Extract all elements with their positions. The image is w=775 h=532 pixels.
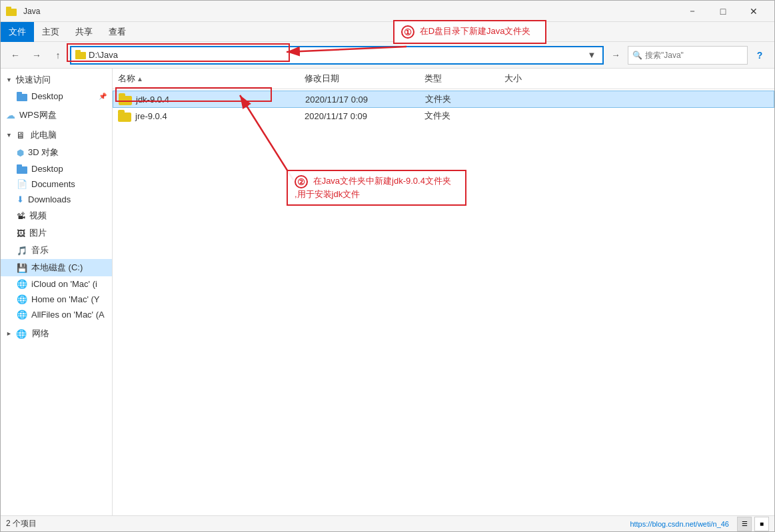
sidebar-this-pc-label: 此电脑 (31, 129, 57, 141)
titlebar-folder-icon (6, 7, 17, 16)
downloads-icon: ⬇ (17, 194, 24, 204)
view-details-button[interactable]: ☰ (737, 517, 752, 531)
toolbar: ← → ↑ D:\Java ▼ → 🔍 ? (1, 42, 774, 69)
address-text: D:\Java (89, 50, 585, 60)
sidebar-documents-label: Documents (31, 179, 75, 189)
search-bar[interactable]: 🔍 (628, 46, 748, 65)
sort-arrow: ▲ (137, 75, 143, 83)
refresh-button[interactable]: → (606, 46, 625, 65)
svg-rect-0 (6, 9, 17, 16)
menu-home[interactable]: 主页 (34, 22, 67, 42)
file-name-jdk: jdk-9.0.4 (113, 93, 300, 105)
back-button[interactable]: ← (6, 46, 25, 65)
sidebar-item-music[interactable]: 🎵 音乐 (1, 242, 112, 259)
forward-button[interactable]: → (27, 46, 46, 65)
window-controls: － □ ✕ (677, 1, 769, 22)
file-date-jdk: 2020/11/17 0:09 (300, 95, 420, 105)
desktop-folder-icon (17, 92, 27, 101)
this-pc-icon: 🖥 (16, 130, 25, 140)
sidebar-quick-access-label: 快速访问 (16, 74, 51, 86)
jdk-name-label: jdk-9.0.4 (136, 95, 169, 105)
disk-icon: 💾 (17, 263, 27, 273)
col-header-date[interactable]: 修改日期 (299, 71, 419, 86)
jdk-folder-icon (119, 93, 132, 105)
svg-rect-2 (75, 52, 86, 59)
col-date-label: 修改日期 (305, 73, 339, 85)
sidebar-item-3d[interactable]: ⬢ 3D 对象 (1, 144, 112, 161)
this-pc-arrow: ▼ (6, 132, 12, 138)
col-type-label: 类型 (424, 73, 442, 85)
desktop2-folder-icon (17, 164, 27, 174)
docs-icon: 📄 (17, 179, 27, 189)
annotation-number-1: ① (401, 25, 414, 39)
search-icon: 🔍 (632, 51, 642, 60)
col-header-name[interactable]: 名称 ▲ (113, 71, 299, 86)
sidebar-item-documents[interactable]: 📄 Documents (1, 176, 112, 192)
sidebar-wps-label: WPS网盘 (19, 109, 57, 121)
sidebar-item-local-disk[interactable]: 💾 本地磁盘 (C:) (1, 259, 112, 276)
menubar: 文件 主页 共享 查看 (1, 22, 774, 42)
file-type-jdk: 文件夹 (420, 93, 500, 105)
col-header-type[interactable]: 类型 (419, 71, 499, 86)
icloud-icon: 🌐 (17, 279, 27, 289)
up-button[interactable]: ↑ (49, 46, 67, 65)
svg-rect-1 (6, 7, 11, 9)
view-large-icons-button[interactable]: ■ (754, 517, 769, 531)
sidebar-videos-label: 视频 (29, 210, 47, 222)
minimize-button[interactable]: － (677, 1, 708, 22)
annotation-box-1: ① 在D盘目录下新建Java文件夹 (393, 20, 546, 44)
sidebar-network-header[interactable]: ► 🌐 网络 (1, 325, 112, 342)
column-headers: 名称 ▲ 修改日期 类型 大小 (113, 69, 774, 89)
svg-rect-3 (75, 50, 81, 53)
sidebar-item-home[interactable]: 🌐 Home on 'Mac' (Y (1, 292, 112, 307)
address-dropdown-arrow[interactable]: ▼ (585, 50, 598, 60)
file-row-jre[interactable]: jre-9.0.4 2020/11/17 0:09 文件夹 (113, 108, 774, 124)
sidebar-item-wps[interactable]: ☁ WPS网盘 (1, 107, 112, 124)
help-button[interactable]: ? (750, 46, 769, 65)
close-button[interactable]: ✕ (738, 1, 769, 22)
file-list: jdk-9.0.4 2020/11/17 0:09 文件夹 jre-9.0.4 … (113, 89, 774, 515)
file-row-jdk[interactable]: jdk-9.0.4 2020/11/17 0:09 文件夹 (113, 91, 774, 108)
address-folder-icon (75, 50, 86, 61)
menu-share[interactable]: 共享 (67, 22, 101, 42)
sidebar-section-network: ► 🌐 网络 (1, 325, 112, 342)
search-input[interactable] (645, 51, 743, 60)
home-icon: 🌐 (17, 294, 27, 304)
sidebar-quick-access-header[interactable]: ▼ 快速访问 (1, 71, 112, 89)
sidebar-section-quick-access: ▼ 快速访问 Desktop 📌 (1, 71, 112, 104)
videos-icon: 📽 (17, 211, 25, 221)
sidebar-item-videos[interactable]: 📽 视频 (1, 207, 112, 224)
address-bar[interactable]: D:\Java ▼ (70, 46, 604, 65)
sidebar-item-allfiles[interactable]: 🌐 AllFiles on 'Mac' (A (1, 307, 112, 322)
sidebar-item-desktop2[interactable]: Desktop (1, 161, 112, 176)
sidebar-allfiles-label: AllFiles on 'Mac' (A (31, 310, 105, 320)
statusbar-link: https://blog.csdn.net/weti/n_46 (630, 520, 729, 528)
sidebar-section-wps: ☁ WPS网盘 (1, 107, 112, 124)
3d-icon: ⬢ (17, 148, 24, 158)
jre-name-label: jre-9.0.4 (135, 111, 167, 121)
sidebar-3d-label: 3D 对象 (28, 146, 59, 158)
sidebar-desktop2-label: Desktop (31, 164, 63, 174)
sidebar-item-pictures[interactable]: 🖼 图片 (1, 224, 112, 242)
allfiles-icon: 🌐 (17, 310, 27, 320)
maximize-button[interactable]: □ (708, 1, 738, 22)
pin-icon: 📌 (99, 93, 107, 100)
sidebar-item-desktop[interactable]: Desktop 📌 (1, 89, 112, 104)
jre-folder-icon (118, 110, 131, 122)
sidebar-icloud-label: iCloud on 'Mac' (i (31, 279, 97, 289)
main-area: ▼ 快速访问 Desktop 📌 ☁ WPS网盘 (1, 69, 774, 515)
window-title: Java (21, 7, 677, 16)
sidebar: ▼ 快速访问 Desktop 📌 ☁ WPS网盘 (1, 69, 113, 515)
sidebar-this-pc-header[interactable]: ▼ 🖥 此电脑 (1, 127, 112, 144)
sidebar-item-icloud[interactable]: 🌐 iCloud on 'Mac' (i (1, 276, 112, 292)
col-name-label: 名称 (118, 73, 135, 85)
sidebar-pictures-label: 图片 (29, 227, 47, 239)
menu-view[interactable]: 查看 (101, 22, 134, 42)
sidebar-item-downloads[interactable]: ⬇ Downloads (1, 192, 112, 207)
col-header-size[interactable]: 大小 (499, 71, 566, 86)
annotation-text-1: 在D盘目录下新建Java文件夹 (420, 26, 531, 36)
menu-file[interactable]: 文件 (1, 22, 34, 42)
statusbar-right: https://blog.csdn.net/weti/n_46 ☰ ■ (630, 517, 769, 531)
sidebar-local-disk-label: 本地磁盘 (C:) (31, 262, 83, 274)
quick-access-arrow: ▼ (6, 77, 12, 83)
